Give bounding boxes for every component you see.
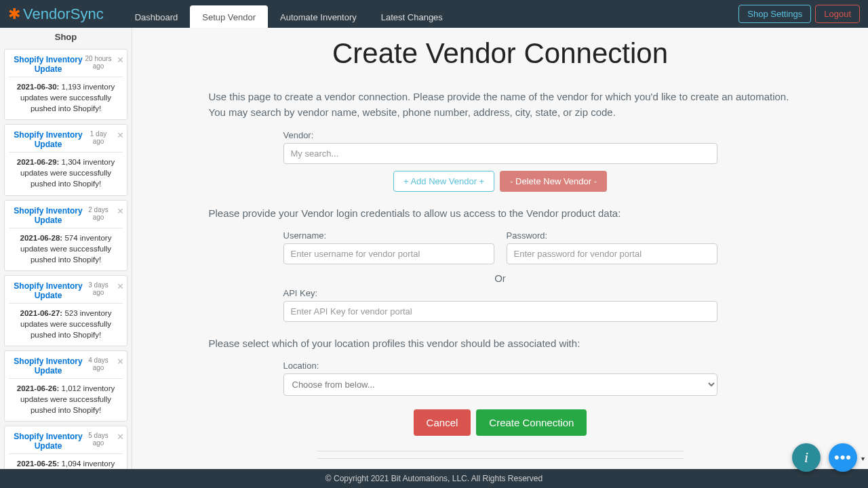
notification-card: Shopify Inventory Update2 days ago✕2021-… [4, 200, 127, 271]
notification-time: 20 hours ago [85, 55, 112, 70]
content-area: Create Vendor Connection Use this page t… [132, 28, 868, 469]
notification-body: 2021-06-29: 1,304 inventory updates were… [9, 157, 123, 189]
nav-tab-latest-changes[interactable]: Latest Changes [369, 5, 455, 28]
location-intro: Please select which of your location pro… [209, 336, 792, 351]
nav-tab-setup-vendor[interactable]: Setup Vendor [190, 5, 268, 28]
nav-tabs: DashboardSetup VendorAutomate InventoryL… [123, 0, 455, 28]
notification-time: 2 days ago [85, 206, 112, 221]
credentials-intro: Please provide your Vendor login credent… [209, 205, 792, 221]
app-logo: ✱ VendorSync [8, 5, 104, 23]
cancel-button[interactable]: Cancel [414, 409, 471, 436]
chat-bubble-button[interactable]: •••▾ [829, 443, 857, 472]
notification-time: 3 days ago [85, 281, 112, 296]
close-icon[interactable]: ✕ [117, 432, 124, 442]
notification-body: 2021-06-25: 1,094 inventory updates were… [9, 458, 123, 469]
divider [317, 451, 684, 451]
close-icon[interactable]: ✕ [117, 281, 124, 291]
close-icon[interactable]: ✕ [117, 130, 124, 140]
close-icon[interactable]: ✕ [117, 55, 124, 65]
chevron-down-icon: ▾ [861, 455, 865, 462]
password-label: Password: [507, 230, 717, 241]
location-label: Location: [283, 361, 717, 371]
notification-title[interactable]: Shopify Inventory Update [12, 130, 85, 149]
vendor-search-input[interactable] [283, 143, 717, 164]
notification-body: 2021-06-28: 574 inventory updates were s… [9, 232, 123, 265]
add-vendor-button[interactable]: + Add New Vendor + [393, 171, 494, 192]
username-input[interactable] [283, 243, 494, 264]
nav-tab-dashboard[interactable]: Dashboard [123, 5, 191, 28]
delete-vendor-button[interactable]: - Delete New Vendor - [500, 171, 607, 192]
notification-body: 2021-06-30: 1,193 inventory updates were… [9, 81, 123, 114]
username-label: Username: [283, 230, 494, 241]
intro-text: Use this page to create a vendor connect… [209, 89, 792, 121]
api-key-label: API Key: [283, 288, 717, 298]
topbar: ✱ VendorSync DashboardSetup VendorAutoma… [0, 0, 868, 28]
app-name: VendorSync [23, 5, 104, 23]
shop-settings-button[interactable]: Shop Settings [738, 5, 811, 23]
nav-tab-automate-inventory[interactable]: Automate Inventory [268, 5, 369, 28]
notification-title[interactable]: Shopify Inventory Update [12, 206, 85, 225]
notification-card: Shopify Inventory Update5 days ago✕2021-… [4, 426, 127, 469]
notification-title[interactable]: Shopify Inventory Update [12, 281, 85, 300]
location-select[interactable]: Choose from below... [283, 373, 717, 396]
password-input[interactable] [507, 243, 717, 264]
create-connection-button[interactable]: Create Connection [476, 409, 587, 436]
notification-card: Shopify Inventory Update4 days ago✕2021-… [4, 350, 127, 422]
notification-title[interactable]: Shopify Inventory Update [12, 357, 85, 375]
close-icon[interactable]: ✕ [117, 357, 124, 367]
notification-title[interactable]: Shopify Inventory Update [12, 55, 85, 74]
or-divider: Or [283, 272, 717, 284]
notification-body: 2021-06-26: 1,012 inventory updates were… [9, 383, 123, 415]
notification-card: Shopify Inventory Update20 hours ago✕202… [4, 49, 127, 120]
info-bubble-button[interactable]: i [792, 443, 821, 472]
logout-button[interactable]: Logout [815, 5, 860, 23]
notification-time: 4 days ago [85, 357, 112, 371]
footer: © Copyright 2021 Bit Automations, LLC. A… [0, 469, 868, 488]
notification-list: Shopify Inventory Update20 hours ago✕202… [0, 45, 132, 469]
notification-card: Shopify Inventory Update3 days ago✕2021-… [4, 275, 127, 346]
notification-time: 5 days ago [85, 432, 112, 447]
sidebar: Shop Shopify Inventory Update20 hours ag… [0, 28, 132, 469]
notification-body: 2021-06-27: 523 inventory updates were s… [9, 308, 123, 340]
vendor-label: Vendor: [283, 130, 717, 140]
footer-text: © Copyright 2021 Bit Automations, LLC. A… [326, 474, 542, 483]
api-key-input[interactable] [283, 301, 717, 322]
page-title: Create Vendor Connection [159, 37, 841, 70]
divider [317, 458, 684, 459]
notification-card: Shopify Inventory Update1 day ago✕2021-0… [4, 124, 127, 195]
sidebar-title: Shop [0, 28, 132, 45]
notification-title[interactable]: Shopify Inventory Update [12, 432, 85, 451]
close-icon[interactable]: ✕ [117, 206, 124, 216]
logo-icon: ✱ [8, 5, 20, 23]
notification-time: 1 day ago [85, 130, 112, 145]
